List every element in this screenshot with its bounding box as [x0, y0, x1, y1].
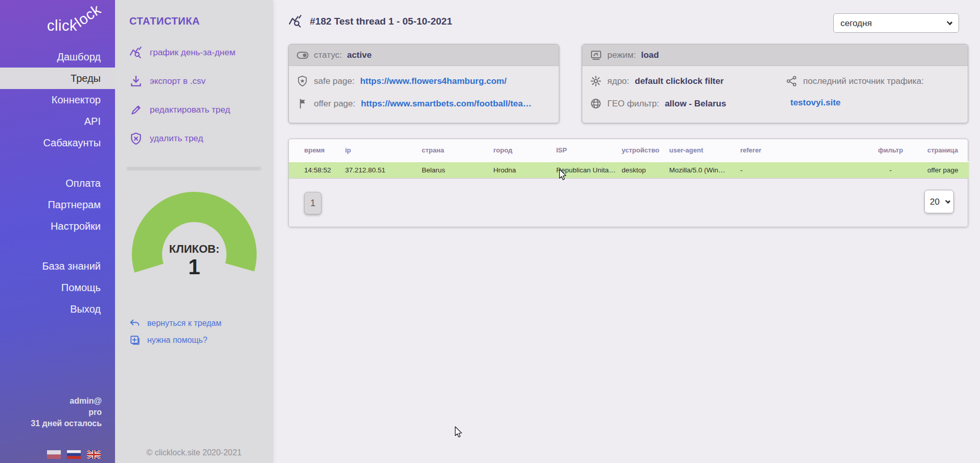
clicks-table-card: время ip страна город ISP устройство use… — [288, 139, 968, 227]
uk-flag-icon[interactable] — [87, 450, 101, 459]
col-page: страница — [921, 139, 969, 162]
account-days-left: 31 дней осталось — [0, 418, 102, 429]
sidebar-nav: Дашборд Треды Коннектор API Сабакаунты О… — [0, 46, 115, 320]
pencil-icon — [129, 103, 143, 117]
globe-icon — [590, 98, 602, 109]
geo-filter-value: allow - Belarus — [665, 99, 726, 109]
cell-device: desktop — [616, 162, 663, 178]
logo-part-click: click — [47, 17, 77, 34]
mode-value: load — [641, 50, 659, 60]
stats-panel-title: СТАТИСТИКА — [129, 15, 200, 27]
sidebar-item-connector[interactable]: Коннектор — [0, 89, 115, 111]
offer-page-link[interactable]: https://www.smartbets.com/football/tea… — [361, 99, 532, 109]
nav-spacer — [0, 153, 115, 172]
sidebar-item-help[interactable]: Помощь — [0, 277, 115, 298]
page-size-select[interactable]: 20 — [924, 190, 954, 213]
sidebar-item-payment[interactable]: Оплата — [0, 172, 115, 194]
cell-referer: - — [734, 162, 857, 178]
status-card-header: статус: active — [289, 45, 559, 66]
gauge-label: КЛИКОВ: — [153, 242, 235, 256]
col-time: время — [289, 139, 339, 162]
gauge-value: 1 — [153, 255, 235, 279]
safe-page-label: safe page: — [314, 76, 354, 86]
menu-item-label: экспорт в .csv — [150, 76, 206, 86]
page-1-button[interactable]: 1 — [304, 192, 322, 214]
pagination-bar: 1 20 — [289, 178, 968, 227]
sidebar-item-threads[interactable]: Треды — [0, 68, 115, 89]
cell-time: 14:58:52 — [289, 162, 339, 178]
thread-title-row: #182 Test thread 1 - 05-10-2021 — [288, 14, 452, 29]
sidebar-item-api[interactable]: API — [0, 111, 115, 132]
col-country: страна — [416, 139, 487, 162]
safe-page-row: safe page: https://www.flowers4hamburg.c… — [297, 75, 507, 87]
cell-user-agent: Mozilla/5.0 (Win… — [663, 162, 734, 178]
back-to-threads-link[interactable]: вернуться к тредам — [129, 318, 221, 329]
mode-card-header: режим: load — [582, 45, 968, 66]
status-value: active — [347, 50, 372, 60]
cell-filter: - — [857, 162, 921, 178]
period-select-wrap: сегодня — [833, 13, 959, 33]
core-row: ядро: default clicklock filter — [590, 75, 724, 87]
gear-icon — [590, 75, 602, 87]
col-ip: ip — [339, 139, 416, 162]
toggle-on-icon — [297, 49, 309, 61]
stats-menu: график день-за-днем экспорт в .csv редак… — [129, 44, 235, 147]
geo-filter-label: ГЕО фильтр: — [607, 99, 659, 109]
col-city: город — [487, 139, 550, 162]
chart-search-icon — [129, 46, 143, 59]
cell-page: offer page — [921, 162, 969, 178]
menu-item-day-chart[interactable]: график день-за-днем — [129, 44, 235, 61]
share-box-icon — [590, 49, 602, 61]
offer-page-label: offer page: — [314, 99, 355, 109]
geo-filter-row: ГЕО фильтр: allow - Belarus — [590, 98, 726, 109]
offer-page-row: offer page: https://www.smartbets.com/fo… — [297, 98, 532, 109]
traffic-source-row: последний источник трафика: — [786, 75, 924, 87]
poland-flag-icon[interactable] — [47, 450, 61, 459]
sidebar: click lock Дашборд Треды Коннектор API С… — [0, 0, 115, 463]
col-device: устройство — [616, 139, 663, 162]
table-row[interactable]: 14:58:52 37.212.80.51 Belarus Hrodna Rep… — [289, 162, 969, 178]
cell-country: Belarus — [416, 162, 487, 178]
sidebar-item-logout[interactable]: Выход — [0, 298, 115, 320]
sidebar-item-knowledge-base[interactable]: База знаний — [0, 255, 115, 277]
table-header-row: время ip страна город ISP устройство use… — [289, 139, 969, 162]
language-switcher — [47, 450, 101, 459]
mouse-cursor — [559, 169, 567, 181]
col-filter: фильтр — [857, 139, 921, 162]
main-content: #182 Test thread 1 - 05-10-2021 сегодня … — [273, 0, 980, 463]
russia-flag-icon[interactable] — [67, 450, 81, 459]
plus-square-icon — [129, 335, 141, 346]
nav-spacer — [0, 237, 115, 255]
account-info: admin@ pro 31 дней осталось — [0, 395, 115, 429]
chart-search-icon — [288, 14, 303, 29]
clicks-table: время ip страна город ISP устройство use… — [289, 139, 969, 178]
clicklock-app: { "colors": { "accent_purple": "#7b52c8"… — [0, 0, 980, 463]
menu-item-label: удалить тред — [150, 134, 203, 144]
traffic-source-link[interactable]: testovyi.site — [790, 98, 840, 108]
status-label: статус: — [314, 50, 342, 60]
stats-links: вернуться к тредам нужна помощь? — [129, 318, 221, 346]
sidebar-item-dashboard[interactable]: Дашборд — [0, 46, 115, 68]
account-email: admin@ — [0, 395, 102, 407]
need-help-link[interactable]: нужна помощь? — [129, 335, 221, 346]
link-label: вернуться к тредам — [147, 319, 221, 328]
sidebar-item-subaccounts[interactable]: Сабакаунты — [0, 132, 115, 153]
menu-item-label: редактировать тред — [150, 105, 230, 115]
menu-item-delete-thread[interactable]: удалить тред — [129, 130, 235, 147]
safe-page-link[interactable]: https://www.flowers4hamburg.com/ — [360, 76, 507, 86]
menu-item-export-csv[interactable]: экспорт в .csv — [129, 73, 235, 90]
sidebar-item-settings[interactable]: Настройки — [0, 215, 115, 237]
download-icon — [129, 75, 143, 88]
traffic-source-label: последний источник трафика: — [803, 76, 924, 86]
core-label: ядро: — [607, 76, 629, 86]
clicklock-logo: click lock — [47, 6, 108, 42]
menu-item-edit-thread[interactable]: редактировать тред — [129, 101, 235, 119]
sidebar-item-partners[interactable]: Партнерам — [0, 194, 115, 215]
shield-star-icon — [297, 75, 308, 87]
page-size-select-wrap: 20 — [924, 190, 954, 213]
col-referer: referer — [734, 139, 857, 162]
cell-ip: 37.212.80.51 — [339, 162, 416, 178]
period-select[interactable]: сегодня — [833, 13, 959, 33]
mode-label: режим: — [607, 50, 636, 60]
divider — [127, 167, 261, 168]
